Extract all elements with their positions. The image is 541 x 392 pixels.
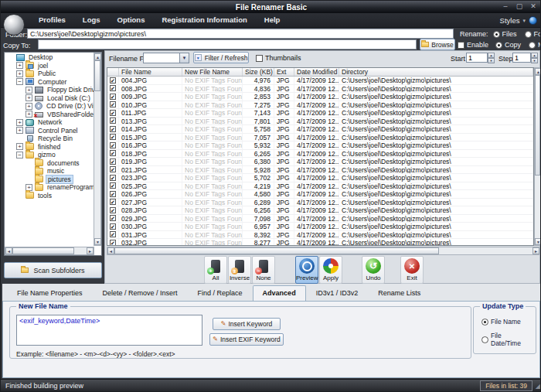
maximize-button[interactable] [515,2,524,11]
exit-button[interactable]: Exit [400,256,424,284]
row-checkbox[interactable] [110,175,116,181]
row-checkbox[interactable] [110,182,116,189]
plus-expander-icon[interactable]: + [16,62,23,69]
tab-advanced[interactable]: Advanced [253,285,306,301]
tree-item-local-disk-c[interactable]: +Local Disk (C:) [5,94,94,103]
styles-dropdown[interactable]: Styles [500,13,537,28]
table-h-scrollbar[interactable] [107,247,540,255]
tree-v-scrollbar[interactable] [94,53,101,246]
tree-item-computer[interactable]: −Computer [5,78,94,87]
minus-expander-icon[interactable]: − [16,152,23,159]
title-bar[interactable]: File Renamer Basic [1,1,541,13]
table-row[interactable]: 029.JPGNo EXIF Tags Found7,098JPG4/17/20… [107,215,533,223]
scroll-down-icon[interactable] [535,238,541,245]
plus-expander-icon[interactable]: + [16,127,23,134]
row-checkbox[interactable] [110,215,116,221]
row-checkbox[interactable] [110,207,116,213]
header-checkbox-column[interactable] [107,68,119,76]
scroll-thumb[interactable] [114,247,439,254]
row-checkbox[interactable] [110,126,116,132]
minus-expander-icon[interactable]: − [16,78,23,85]
update-type-radio-file-date-time[interactable]: File Date/Time [481,332,528,347]
scroll-left-icon[interactable] [5,247,12,254]
plus-expander-icon[interactable]: + [26,87,32,94]
table-row[interactable]: 025.JPGNo EXIF Tags Found4,219JPG4/17/20… [107,182,533,191]
table-row[interactable]: 014.JPGNo EXIF Tags Found5,758JPG4/17/20… [107,125,533,134]
row-checkbox[interactable] [110,118,116,124]
menu-item-options[interactable]: Options [109,13,154,27]
tree-item-documents[interactable]: documents [5,159,94,168]
plus-expander-icon[interactable]: + [16,119,23,126]
row-checkbox[interactable] [110,166,116,172]
menu-item-profiles[interactable]: Profiles [30,13,74,27]
row-checkbox[interactable] [110,85,116,91]
table-row[interactable]: 004.JPGNo EXIF Tags Found4,976JPG4/17/20… [107,77,533,85]
table-row[interactable]: 021.JPGNo EXIF Tags Found5,928JPG4/17/20… [107,166,533,175]
tree-item-network[interactable]: +Network [5,118,94,127]
tab-id3v1-id3v2[interactable]: ID3v1 / ID3v2 [306,285,369,301]
table-row[interactable]: 008.JPGNo EXIF Tags Found4,836JPG4/17/20… [107,85,533,94]
row-checkbox[interactable] [110,142,116,148]
table-row[interactable]: 011.JPGNo EXIF Tags Found7,143JPG4/17/20… [107,109,533,118]
tree-item-desktop[interactable]: Desktop [5,53,94,62]
folder-input[interactable] [27,29,454,39]
scroll-thumb[interactable] [94,60,100,91]
table-row[interactable]: 009.JPGNo EXIF Tags Found2,853JPG4/17/20… [107,93,533,101]
tree-item-tools[interactable]: tools [5,192,94,200]
scroll-right-icon[interactable] [87,247,94,254]
enable-checkbox[interactable]: Enable [458,41,488,49]
thumbnails-checkbox[interactable]: Thumbnails [256,54,301,62]
tree-item-floppy-disk-drive-a[interactable]: +Floppy Disk Drive (A:) [5,86,94,94]
copy-mode-radio-copy[interactable]: Copy [495,41,521,49]
column-header-new-file-name[interactable]: New File Name [182,68,243,76]
new-file-name-pattern-input[interactable]: <exif_keyword,DateTime> [16,315,202,346]
combo-dropdown-icon[interactable] [179,53,189,63]
menu-item-logs[interactable]: Logs [74,13,109,27]
scroll-thumb[interactable] [12,247,74,254]
column-header-directory[interactable]: Directory [339,68,533,76]
row-checkbox[interactable] [110,240,116,246]
tab-delete-remove-insert[interactable]: Delete / Remove / Insert [93,285,188,301]
apply-button[interactable]: Apply [319,256,342,284]
row-checkbox[interactable] [110,110,116,116]
minimize-button[interactable] [501,2,510,11]
update-type-radio-file-name[interactable]: File Name [481,318,528,326]
filter-refresh-button[interactable]: Filter / Refresh [193,52,249,63]
filename-filter-combobox[interactable] [143,53,189,63]
spin-up-icon[interactable] [531,53,538,58]
tree-item-finished[interactable]: +finished [5,143,94,152]
tab-rename-lists[interactable]: Rename Lists [368,285,430,301]
row-checkbox[interactable] [110,134,116,140]
scan-subfolders-button[interactable]: Scan Subfolders [4,262,102,278]
preview-button[interactable]: Preview [295,256,318,284]
row-checkbox[interactable] [110,159,116,165]
table-row[interactable]: 016.JPGNo EXIF Tags Found5,932JPG4/17/20… [107,141,533,150]
table-row[interactable]: 030.JPGNo EXIF Tags Found6,957JPG4/17/20… [107,223,533,231]
rename-radio-folders[interactable]: Folders [525,30,541,38]
table-row[interactable]: 015.JPGNo EXIF Tags Found7,057JPG4/17/20… [107,134,533,142]
start-stepper[interactable] [488,53,495,63]
tree-h-scrollbar[interactable] [5,247,94,255]
table-row[interactable]: 026.JPGNo EXIF Tags Found4,580JPG4/17/20… [107,190,533,199]
column-header-date-modified[interactable]: Date Modified [294,68,339,76]
undo-button[interactable]: Undo [362,256,385,284]
table-row[interactable]: 031.JPGNo EXIF Tags Found8,392JPG4/17/20… [107,231,533,240]
row-checkbox[interactable] [110,94,116,100]
column-header-size-kb[interactable]: Size (KB) [243,68,274,76]
table-row[interactable]: 019.JPGNo EXIF Tags Found6,380JPG4/17/20… [107,158,533,166]
table-row[interactable]: 027.JPGNo EXIF Tags Found6,289JPG4/17/20… [107,199,533,207]
tree-item-control-panel[interactable]: +Control Panel [5,127,94,135]
browse-button[interactable]: Browse [420,39,455,50]
spin-down-icon[interactable] [531,58,538,63]
plus-expander-icon[interactable]: + [26,111,32,118]
tree-item-pictures[interactable]: pictures [5,176,94,184]
none-button[interactable]: None [252,256,275,284]
spin-up-icon[interactable] [488,53,495,58]
table-header[interactable]: File NameNew File NameSize (KB)ExtDate M… [107,68,533,77]
menu-item-help[interactable]: Help [256,13,289,27]
table-v-scrollbar[interactable] [534,67,541,246]
scroll-down-icon[interactable] [94,238,101,245]
insert-exif-keyword-button[interactable]: Insert EXIF Keyword [209,333,284,346]
close-button[interactable] [529,2,538,11]
menu-item-registration-information[interactable]: Registration Information [153,13,255,27]
